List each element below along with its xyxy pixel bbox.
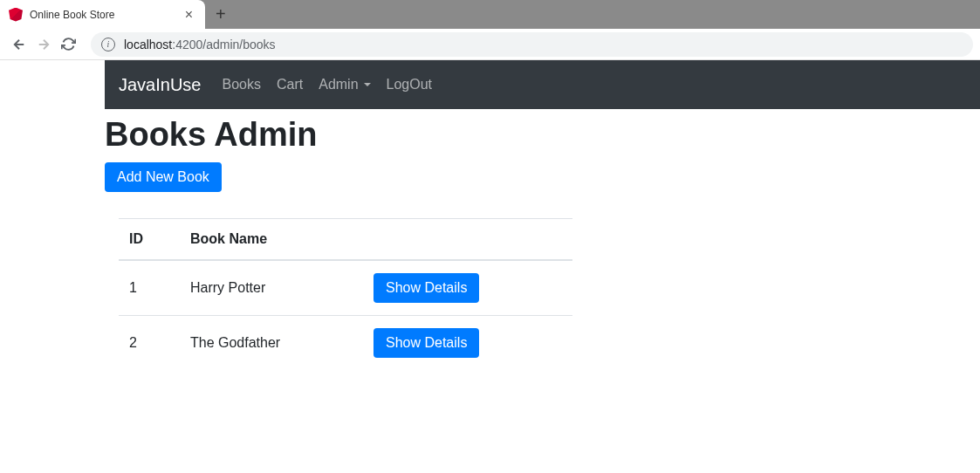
app-navbar: JavaInUse Books Cart Admin LogOut: [105, 60, 980, 109]
forward-button[interactable]: [31, 32, 56, 57]
reload-button[interactable]: [56, 32, 80, 57]
show-details-button[interactable]: Show Details: [373, 328, 479, 358]
navbar-brand[interactable]: JavaInUse: [119, 75, 202, 95]
nav-link-admin[interactable]: Admin: [319, 77, 370, 93]
site-info-icon[interactable]: i: [101, 38, 115, 51]
table-row: 1 Harry Potter Show Details: [119, 260, 572, 316]
url-host: localhost: [124, 38, 172, 51]
cell-id: 1: [119, 260, 180, 316]
url-path: :4200/admin/books: [172, 38, 275, 51]
table-header-action: [363, 219, 572, 261]
chevron-down-icon: [364, 83, 371, 86]
close-tab-icon[interactable]: ×: [182, 7, 196, 23]
browser-toolbar: i localhost:4200/admin/books: [0, 29, 980, 60]
books-table-container: ID Book Name 1 Harry Potter Show Details…: [119, 218, 572, 370]
angular-favicon: [9, 8, 23, 22]
back-button[interactable]: [7, 32, 31, 57]
nav-link-admin-label: Admin: [319, 77, 358, 93]
table-header-id: ID: [119, 219, 180, 261]
address-bar[interactable]: i localhost:4200/admin/books: [91, 32, 973, 57]
nav-link-cart[interactable]: Cart: [277, 77, 303, 93]
nav-link-books[interactable]: Books: [223, 77, 261, 93]
cell-name: Harry Potter: [180, 260, 363, 316]
tab-title: Online Book Store: [30, 9, 182, 21]
browser-tab-strip: Online Book Store × +: [0, 0, 980, 29]
page-title: Books Admin: [105, 116, 966, 154]
browser-tab[interactable]: Online Book Store ×: [0, 0, 205, 29]
cell-id: 2: [119, 316, 180, 371]
main-content: Books Admin Add New Book ID Book Name 1 …: [91, 116, 980, 370]
add-new-book-button[interactable]: Add New Book: [105, 162, 222, 192]
new-tab-button[interactable]: +: [205, 0, 236, 29]
show-details-button[interactable]: Show Details: [373, 273, 479, 303]
cell-name: The Godfather: [180, 316, 363, 371]
page-content: JavaInUse Books Cart Admin LogOut Books …: [0, 60, 980, 370]
table-header-name: Book Name: [180, 219, 363, 261]
books-table: ID Book Name 1 Harry Potter Show Details…: [119, 218, 572, 370]
nav-link-logout[interactable]: LogOut: [387, 77, 432, 93]
table-row: 2 The Godfather Show Details: [119, 316, 572, 371]
